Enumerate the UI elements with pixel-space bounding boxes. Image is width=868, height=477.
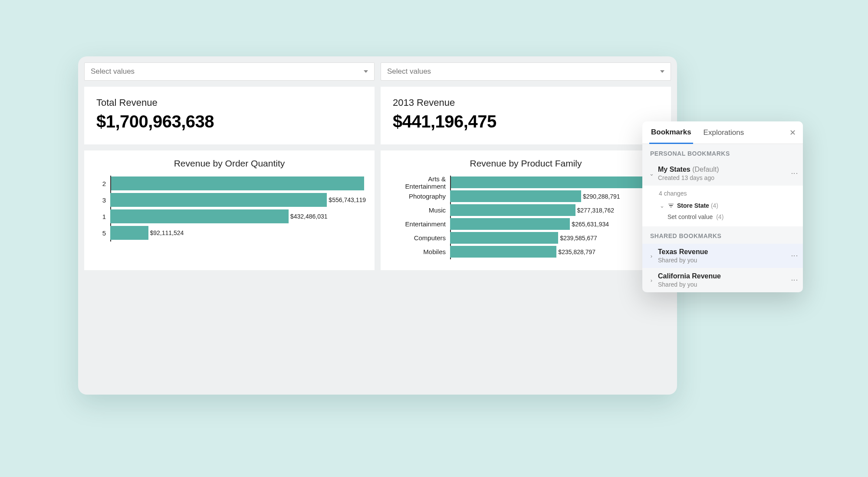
- bar-category: Music: [389, 206, 450, 214]
- bar-row: Arts & Entertainment: [389, 176, 662, 188]
- kpi-total-revenue: Total Revenue $1,700,963,638: [84, 87, 375, 144]
- changes-summary: 4 changes: [659, 190, 795, 197]
- bar-value: $235,828,797: [558, 248, 595, 255]
- bookmark-suffix: (Default): [692, 166, 719, 173]
- filter-placeholder: Select values: [387, 67, 431, 76]
- bar-track: $556,743,119: [110, 193, 366, 207]
- bar-fill: [110, 226, 148, 240]
- bar-category: Photography: [389, 193, 450, 200]
- bookmark-sub: Shared by you: [658, 257, 791, 264]
- bookmark-sub: Shared by you: [658, 281, 791, 288]
- filter-select-right[interactable]: Select values: [381, 62, 671, 81]
- bar-row: 5$92,111,524: [93, 226, 366, 240]
- bar-value: $92,111,524: [150, 229, 184, 236]
- hbar-chart: 23$556,743,1191$432,486,0315$92,111,524: [93, 176, 366, 240]
- bookmark-item-my-states[interactable]: ⌄ My States (Default) Created 13 days ag…: [642, 161, 803, 186]
- bar-row: Computers$239,585,677: [389, 232, 662, 244]
- bar-track: $432,486,031: [110, 209, 366, 223]
- bookmark-text: Texas Revenue Shared by you: [658, 248, 791, 264]
- bar-fill: [450, 176, 661, 188]
- kpi-value: $441,196,475: [393, 112, 659, 131]
- tab-bookmarks[interactable]: Bookmarks: [649, 122, 693, 144]
- kebab-menu-icon[interactable]: ⋮: [791, 251, 797, 261]
- set-control-label: Set control value: [667, 213, 713, 220]
- bar-category: 1: [93, 213, 110, 220]
- kebab-menu-icon[interactable]: ⋮: [791, 275, 797, 286]
- chevron-down-icon: ⌄: [648, 170, 654, 177]
- bar-track: $290,288,791: [450, 190, 662, 202]
- bar-row: 3$556,743,119: [93, 193, 366, 207]
- kebab-menu-icon[interactable]: ⋮: [791, 168, 797, 179]
- bar-fill: [110, 193, 327, 207]
- bar-fill: [450, 190, 581, 202]
- bar-category: 3: [93, 196, 110, 204]
- bar-category: Mobiles: [389, 248, 450, 255]
- store-state-label: Store State: [677, 202, 709, 209]
- bar-category: 5: [93, 229, 110, 237]
- bar-category: 2: [93, 180, 110, 187]
- filter-row: Select values Select values: [84, 62, 671, 81]
- bar-track: [110, 176, 366, 190]
- chevron-right-icon: ›: [648, 253, 654, 259]
- bar-value: $277,318,762: [577, 207, 615, 214]
- chart-revenue-by-order-quantity: Revenue by Order Quantity 23$556,743,119…: [84, 150, 375, 270]
- bar-row: Entertainment$265,631,934: [389, 218, 662, 230]
- chevron-right-icon: ›: [648, 277, 654, 284]
- kpi-2013-revenue: 2013 Revenue $441,196,475: [381, 87, 671, 144]
- tab-explorations[interactable]: Explorations: [702, 121, 746, 144]
- bar-track: $235,828,797: [450, 246, 662, 258]
- section-header-personal: PERSONAL BOOKMARKS: [642, 144, 803, 161]
- bookmark-text: California Revenue Shared by you: [658, 272, 791, 288]
- section-header-shared: SHARED BOOKMARKS: [642, 226, 803, 244]
- bookmarks-panel: Bookmarks Explorations ✕ PERSONAL BOOKMA…: [642, 121, 803, 292]
- caret-down-icon: [364, 70, 368, 73]
- bar-category: Computers: [389, 234, 450, 242]
- store-state-count: (4): [711, 202, 718, 209]
- set-control-count: (4): [716, 213, 723, 220]
- bar-row: Music$277,318,762: [389, 204, 662, 216]
- bookmark-title: California Revenue: [658, 272, 721, 280]
- filter-icon: [668, 204, 674, 208]
- store-state-row[interactable]: ⌄ Store State (4): [659, 202, 795, 209]
- bar-track: $277,318,762: [450, 204, 662, 216]
- bar-fill: [450, 218, 570, 230]
- bar-track: $239,585,677: [450, 232, 662, 244]
- bar-row: Mobiles$235,828,797: [389, 246, 662, 258]
- bar-row: 1$432,486,031: [93, 209, 366, 223]
- kpi-row: Total Revenue $1,700,963,638 2013 Revenu…: [84, 87, 671, 144]
- bookmark-text: My States (Default) Created 13 days ago: [658, 166, 791, 181]
- kpi-title: Total Revenue: [96, 97, 362, 108]
- bar-fill: [450, 246, 556, 258]
- bar-value: $239,585,677: [560, 235, 597, 242]
- bar-track: $265,631,934: [450, 218, 662, 230]
- bookmark-item-texas-revenue[interactable]: › Texas Revenue Shared by you ⋮: [642, 244, 803, 268]
- chevron-down-icon: ⌄: [659, 203, 665, 209]
- bar-row: Photography$290,288,791: [389, 190, 662, 202]
- bar-value: $265,631,934: [572, 221, 609, 228]
- dashboard-frame: Select values Select values Total Revenu…: [78, 56, 677, 395]
- bar-value: $432,486,031: [290, 213, 328, 220]
- chart-title: Revenue by Order Quantity: [93, 158, 366, 169]
- set-control-row[interactable]: Set control value (4): [659, 213, 795, 220]
- bar-track: [450, 176, 662, 188]
- filter-placeholder: Select values: [91, 67, 135, 76]
- bar-value: $556,743,119: [329, 196, 366, 203]
- changes-block: 4 changes ⌄ Store State (4) Set control …: [642, 186, 803, 226]
- caret-down-icon: [660, 70, 664, 73]
- chart-title: Revenue by Product Family: [389, 158, 662, 169]
- chart-revenue-by-product-family: Revenue by Product Family Arts & Enterta…: [381, 150, 671, 270]
- filter-select-left[interactable]: Select values: [84, 62, 375, 81]
- bar-fill: [110, 209, 289, 223]
- bar-fill: [450, 204, 575, 216]
- bar-fill: [450, 232, 558, 244]
- bar-value: $290,288,791: [583, 193, 620, 200]
- panel-header: Bookmarks Explorations ✕: [642, 121, 803, 144]
- close-icon[interactable]: ✕: [789, 128, 796, 137]
- bookmark-title: Texas Revenue: [658, 248, 708, 255]
- kpi-value: $1,700,963,638: [96, 112, 362, 131]
- bookmark-title: My States: [658, 166, 690, 173]
- bar-category: Entertainment: [389, 220, 450, 228]
- bar-fill: [110, 176, 364, 190]
- chart-row: Revenue by Order Quantity 23$556,743,119…: [84, 150, 671, 270]
- bookmark-item-california-revenue[interactable]: › California Revenue Shared by you ⋮: [642, 268, 803, 292]
